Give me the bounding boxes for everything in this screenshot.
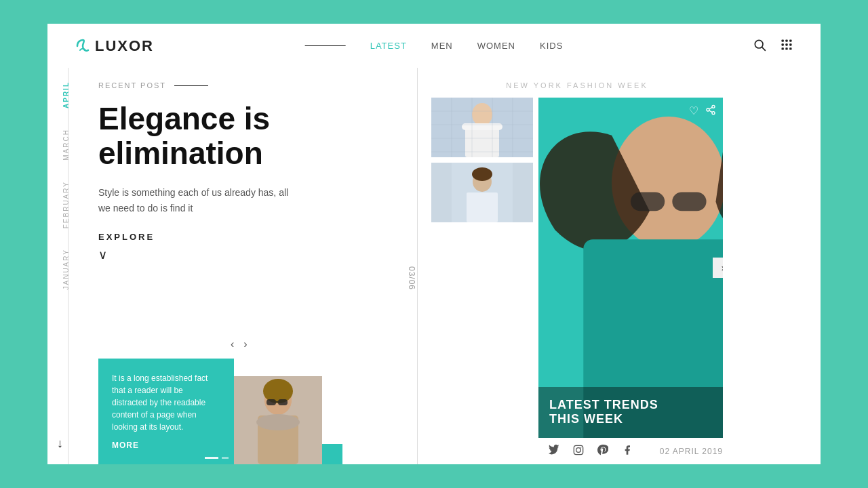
svg-line-49	[709, 107, 713, 109]
hero-title-line1: Elegance is	[98, 101, 270, 136]
right-bottom: 02 APRIL 2019	[431, 438, 723, 458]
slider-image	[234, 376, 322, 464]
search-icon[interactable]	[753, 38, 766, 54]
featured-overlay: LATEST TRENDS THIS WEEK	[538, 387, 723, 438]
svg-rect-16	[267, 399, 276, 405]
svg-point-19	[256, 414, 300, 430]
date-label: 02 APRIL 2019	[660, 447, 723, 456]
nav-item-women[interactable]: WOMEN	[477, 41, 515, 51]
share-icon[interactable]	[705, 104, 716, 118]
thumbnail-1[interactable]	[431, 98, 533, 157]
explore-label[interactable]: EXPLORE	[98, 232, 390, 242]
slider-more-btn[interactable]: MORE	[112, 441, 139, 450]
featured-title-line1: LATEST TRENDS	[549, 398, 658, 411]
svg-rect-44	[672, 192, 706, 211]
svg-rect-37	[431, 163, 452, 222]
navbar: LUXOR LATEST MEN WOMEN KIDS	[47, 24, 821, 68]
svg-point-51	[576, 448, 580, 453]
featured-title: LATEST TRENDS THIS WEEK	[549, 398, 712, 427]
featured-icons: ♡	[689, 104, 716, 118]
month-march[interactable]: MARCH	[62, 129, 70, 161]
slider-prev-btn[interactable]: ‹	[231, 338, 234, 350]
svg-point-36	[472, 167, 492, 181]
svg-rect-24	[462, 123, 502, 130]
content-area: APRIL MARCH FEBRUARY JANUARY ↓ RECENT PO…	[47, 68, 821, 464]
month-april[interactable]: APRIL	[62, 81, 70, 108]
hero-title-line2: elimination	[98, 136, 263, 171]
slider-teal-accent	[322, 444, 342, 464]
hero-description: Style is something each of us already ha…	[98, 185, 302, 216]
main-container: LUXOR LATEST MEN WOMEN KIDS	[47, 24, 821, 464]
svg-rect-50	[574, 445, 583, 454]
svg-point-47	[712, 112, 715, 115]
recent-post-label: RECENT POST	[98, 81, 390, 89]
instagram-icon[interactable]	[573, 445, 584, 458]
slider-next-btn[interactable]: ›	[243, 338, 247, 350]
month-february[interactable]: FEBRUARY	[62, 181, 70, 228]
svg-point-46	[707, 108, 709, 111]
svg-point-45	[712, 105, 715, 108]
recent-line	[174, 85, 208, 86]
svg-point-0	[755, 40, 763, 48]
facebook-icon[interactable]	[622, 445, 633, 458]
featured-title-line2: THIS WEEK	[549, 412, 623, 426]
svg-rect-3	[785, 39, 787, 41]
nav-right	[753, 38, 793, 54]
right-top: ♡ LATEST TRENDS THIS WEEK	[431, 98, 723, 438]
svg-rect-35	[467, 192, 498, 222]
thumb-grid	[431, 98, 533, 438]
nav-item-kids[interactable]: KIDS	[540, 41, 563, 51]
sidebar-months: APRIL MARCH FEBRUARY JANUARY ↓	[47, 68, 85, 464]
thumbnail-2[interactable]	[431, 163, 533, 222]
featured-image: ♡ LATEST TRENDS THIS WEEK	[538, 98, 723, 438]
pinterest-icon[interactable]	[597, 445, 608, 458]
nav-center: LATEST MEN WOMEN KIDS	[305, 41, 564, 51]
brand-name: LUXOR	[95, 37, 154, 55]
svg-rect-23	[465, 126, 499, 157]
svg-line-1	[762, 47, 765, 50]
slide-counter: 03/06	[407, 266, 416, 290]
center-divider: 03/06	[417, 68, 418, 464]
svg-point-52	[580, 447, 581, 448]
recent-post-text: RECENT POST	[98, 81, 166, 89]
svg-point-22	[472, 103, 492, 126]
scroll-down-arrow[interactable]: ↓	[57, 436, 63, 451]
main-left: RECENT POST Elegance is elimination Styl…	[85, 68, 410, 464]
svg-point-15	[263, 379, 293, 403]
svg-rect-2	[782, 39, 784, 41]
svg-rect-43	[631, 192, 665, 211]
slider-card: It is a long established fact that a rea…	[98, 359, 234, 464]
heart-icon[interactable]: ♡	[689, 104, 698, 118]
nav-item-men[interactable]: MEN	[431, 41, 453, 51]
month-january[interactable]: JANUARY	[62, 249, 70, 290]
next-arrow-btn[interactable]: ›	[713, 258, 723, 278]
svg-rect-6	[785, 43, 787, 45]
svg-rect-38	[513, 163, 533, 222]
slider-person-img	[234, 376, 322, 464]
slider-card-text: It is a long established fact that a rea…	[112, 372, 220, 433]
twitter-icon[interactable]	[549, 445, 559, 458]
svg-rect-17	[278, 399, 288, 405]
grid-icon[interactable]	[780, 38, 793, 54]
logo-icon	[75, 38, 91, 54]
social-icons	[549, 445, 633, 458]
svg-rect-7	[789, 43, 791, 45]
svg-rect-9	[785, 47, 787, 49]
logo[interactable]: LUXOR	[75, 37, 154, 55]
svg-rect-8	[782, 47, 784, 49]
nav-line	[305, 45, 346, 46]
hero-title: Elegance is elimination	[98, 102, 390, 170]
svg-rect-4	[789, 39, 791, 41]
dot-2[interactable]	[222, 457, 229, 459]
dot-1[interactable]	[205, 457, 218, 459]
svg-line-48	[709, 110, 713, 113]
nav-item-latest[interactable]: LATEST	[370, 41, 407, 51]
svg-rect-5	[782, 43, 784, 45]
right-content: NEW YORK FASHION WEEK	[425, 68, 736, 464]
explore-chevron[interactable]: ∨	[98, 247, 390, 262]
svg-rect-10	[789, 47, 791, 49]
ny-fashion-label: NEW YORK FASHION WEEK	[431, 81, 723, 89]
